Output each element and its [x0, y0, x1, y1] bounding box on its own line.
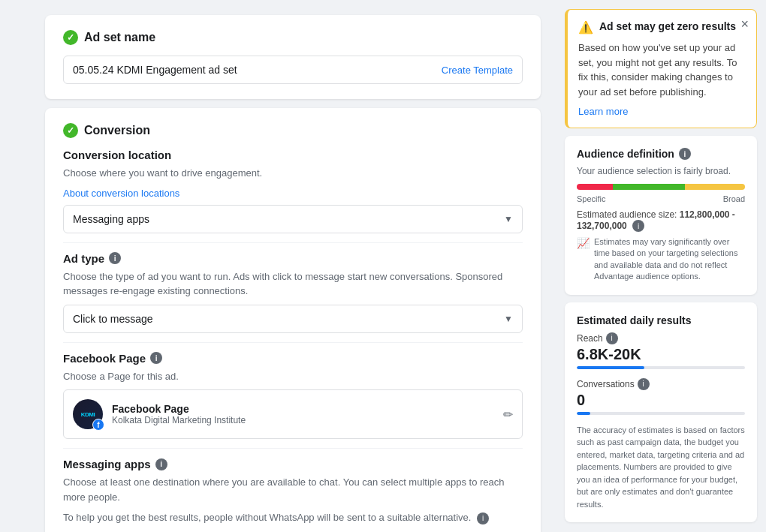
warning-body: Based on how you've set up your ad set, …	[578, 41, 746, 99]
conversations-info-icon[interactable]: i	[638, 378, 650, 390]
facebook-page-info: Facebook Page Kolkata Digital Marketing …	[112, 403, 494, 425]
ad-type-dropdown[interactable]: Click to message ▼	[63, 305, 523, 333]
audience-estimate-note: 📈 Estimates may vary significantly over …	[577, 236, 745, 283]
ad-type-section: Ad type i Choose the type of ad you want…	[63, 252, 523, 333]
conversion-location-dropdown[interactable]: Messaging apps ▼	[63, 205, 523, 233]
audience-size-info-icon[interactable]: i	[632, 220, 644, 232]
reach-info-icon[interactable]: i	[606, 332, 618, 344]
warning-title: ⚠️ Ad set may get zero results	[578, 20, 746, 35]
messaging-apps-desc1: Choose at least one destination where yo…	[63, 475, 523, 504]
warning-icon: ⚠️	[578, 20, 593, 35]
audience-size: Estimated audience size: 112,800,000 - 1…	[577, 209, 745, 232]
conversations-bar-fill	[577, 412, 590, 415]
bar-labels: Specific Broad	[577, 194, 745, 203]
audience-definition-title: Audience definition i	[577, 148, 745, 160]
ad-type-info-icon[interactable]: i	[109, 252, 121, 264]
bar-segment-specific	[577, 184, 613, 190]
accuracy-note: The accuracy of estimates is based on fa…	[577, 424, 745, 511]
facebook-page-info-icon[interactable]: i	[150, 352, 162, 364]
facebook-page-desc: Choose a Page for this ad.	[63, 369, 523, 384]
conversion-header: Conversion	[63, 123, 523, 138]
adset-name-input-row[interactable]: Create Template	[63, 56, 523, 84]
conversion-location-label: Conversion location	[63, 149, 523, 161]
conversations-label: Conversations i	[577, 378, 745, 390]
conversion-card: Conversion Conversion location Choose wh…	[45, 108, 541, 532]
audience-bar	[577, 184, 745, 190]
messaging-apps-label: Messaging apps i	[63, 458, 523, 470]
adset-title: Ad set name	[84, 31, 155, 44]
about-conversion-link[interactable]: About conversion locations	[63, 188, 179, 199]
warning-box: ⚠️ Ad set may get zero results × Based o…	[565, 9, 757, 128]
facebook-page-row: KDMI f Facebook Page Kolkata Digital Mar…	[63, 389, 523, 439]
learn-more-link[interactable]: Learn more	[578, 106, 628, 117]
adset-name-card: Ad set name Create Template	[45, 15, 541, 99]
bar-segment-broad	[685, 184, 745, 190]
conversion-location-section: Conversion location Choose where you wan…	[63, 149, 523, 233]
daily-results-title: Estimated daily results	[577, 314, 745, 326]
conversations-bar	[577, 412, 745, 415]
main-content: Ad set name Create Template Conversion C…	[0, 0, 556, 532]
messaging-apps-desc2: To help you get the best results, people…	[63, 510, 523, 525]
bar-segment-mid	[613, 184, 685, 190]
ad-type-desc: Choose the type of ad you want to run. A…	[63, 269, 523, 299]
divider-1	[63, 242, 523, 243]
create-template-button[interactable]: Create Template	[442, 65, 513, 76]
conversion-check-icon	[63, 123, 78, 138]
divider-2	[63, 342, 523, 343]
close-button[interactable]: ×	[740, 17, 749, 31]
facebook-page-label: Facebook Page i	[63, 352, 523, 365]
messaging-apps-section: Messaging apps i Choose at least one des…	[63, 458, 523, 532]
adset-check-icon	[63, 30, 78, 45]
chevron-down-icon: ▼	[504, 214, 513, 224]
adset-name-input[interactable]	[73, 64, 434, 76]
conversations-value: 0	[577, 392, 745, 409]
facebook-page-subtitle: Kolkata Digital Marketing Institute	[112, 415, 494, 425]
reach-bar	[577, 366, 745, 369]
daily-results-card: Estimated daily results Reach i 6.8K-20K…	[565, 302, 757, 523]
conversion-location-desc: Choose where you want to drive engagemen…	[63, 166, 523, 181]
avatar: KDMI f	[73, 399, 103, 429]
right-sidebar: ⚠️ Ad set may get zero results × Based o…	[556, 0, 766, 532]
divider-3	[63, 448, 523, 449]
facebook-page-name: Facebook Page	[112, 403, 494, 415]
ad-type-label: Ad type i	[63, 252, 523, 265]
reach-value: 6.8K-20K	[577, 346, 745, 363]
facebook-badge-icon: f	[92, 419, 104, 431]
conversion-title: Conversion	[84, 124, 150, 137]
facebook-page-section: Facebook Page i Choose a Page for this a…	[63, 352, 523, 440]
adset-name-header: Ad set name	[63, 30, 523, 45]
audience-info-icon[interactable]: i	[679, 148, 691, 160]
edit-icon[interactable]: ✏	[503, 407, 513, 422]
messaging-apps-info-icon[interactable]: i	[155, 458, 167, 470]
audience-description: Your audience selection is fairly broad.	[577, 166, 745, 176]
whatsapp-info-icon[interactable]: i	[477, 512, 489, 524]
graph-icon: 📈	[577, 236, 590, 283]
audience-definition-card: Audience definition i Your audience sele…	[565, 136, 757, 295]
reach-label: Reach i	[577, 332, 745, 344]
reach-bar-fill	[577, 366, 644, 369]
chevron-down-icon-2: ▼	[504, 314, 513, 324]
audience-progress-bars: Specific Broad	[577, 184, 745, 203]
